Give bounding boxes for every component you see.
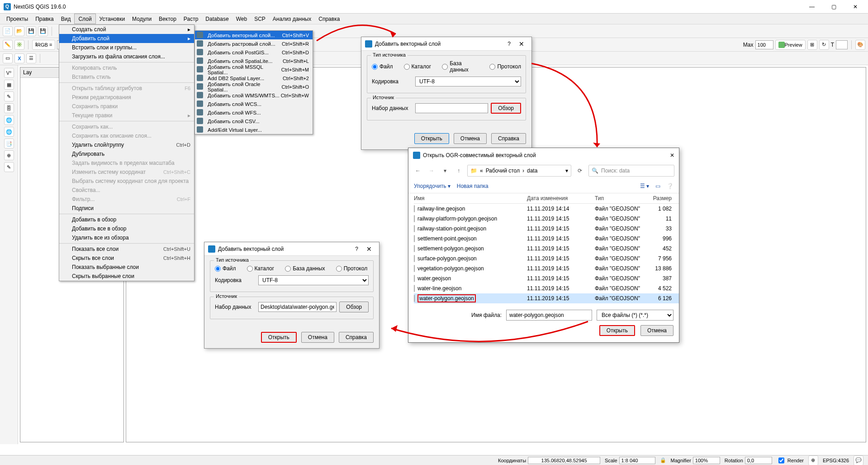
menu-item[interactable]: Показать все слоиCtrl+Shift+U [59, 244, 194, 254]
add-csv-icon[interactable]: 📑 [4, 139, 14, 149]
source-type-radio[interactable]: Каталог [247, 265, 275, 272]
tool-palette-icon[interactable]: 🎨 [855, 40, 865, 50]
render-checkbox[interactable]: Render [777, 455, 804, 465]
file-row[interactable]: railway-platform-polygon.geojson11.11.20… [414, 214, 679, 224]
file-row[interactable]: water.geojson11.11.2019 14:15Файл "GEOJS… [414, 273, 679, 283]
window-close-button[interactable]: ✕ [846, 1, 864, 12]
breadcrumb[interactable]: 📁 « Рабочий стол › data ▾ [467, 165, 571, 177]
column-date[interactable]: Дата изменения [527, 195, 595, 201]
file-row[interactable]: settlement-point.geojson11.11.2019 14:15… [414, 234, 679, 244]
tool-new-icon[interactable]: 📄 [3, 26, 13, 36]
rotation-input[interactable] [745, 457, 772, 464]
submenu-item[interactable]: Add/Edit Virtual Layer... [195, 125, 313, 134]
add-wms-icon[interactable]: 🌐 [4, 115, 14, 125]
nav-refresh-icon[interactable]: ⟳ [575, 168, 585, 174]
preview-button[interactable]: Preview [775, 40, 806, 50]
cancel-button[interactable]: Отмена [454, 133, 487, 144]
menu-item[interactable]: Удалить слой/группуCtrl+D [59, 140, 194, 149]
browse-button[interactable]: Обзор [491, 103, 521, 114]
source-type-radio[interactable]: База данных [442, 60, 479, 73]
submenu-item[interactable]: Добавить векторный слой...Ctrl+Shift+V [195, 31, 313, 39]
menu-item[interactable]: Скрыть выбранные слои [59, 272, 194, 281]
window-maximize-button[interactable]: ▢ [825, 1, 843, 12]
crs-icon[interactable]: ⊕ [808, 455, 818, 465]
add-db-icon[interactable]: 🗄 [4, 103, 14, 113]
menu-item[interactable]: Добавить слой▸ [59, 34, 194, 43]
max-input[interactable] [755, 40, 773, 49]
tool-x-icon[interactable]: X [14, 53, 24, 63]
add-virtual-icon[interactable]: ⊕ [4, 150, 14, 160]
file-row[interactable]: water-line.geojson11.11.2019 14:15Файл "… [414, 283, 679, 293]
organize-menu[interactable]: Упорядочить ▾ [414, 183, 451, 189]
source-type-radio[interactable]: Каталог [404, 60, 432, 73]
menu-правка[interactable]: Правка [32, 14, 57, 24]
view-mode-icon[interactable]: ☰ ▾ [640, 183, 649, 189]
dataset-input[interactable] [415, 103, 488, 113]
magnifier-input[interactable] [693, 457, 720, 464]
tool-edit-icon[interactable]: ✏️ [3, 40, 13, 50]
tool-grid-icon[interactable]: ⊞ [807, 40, 817, 50]
submenu-item[interactable]: Добавить слой CSV... [195, 117, 313, 125]
menu-item[interactable]: Показать выбранные слои [59, 263, 194, 272]
file-row[interactable]: surface-polygon.geojson11.11.2019 14:15Ф… [414, 254, 679, 264]
submenu-item[interactable]: Добавить слой WCS... [195, 100, 313, 108]
file-list-header[interactable]: Имя Дата изменения Тип Размер [414, 193, 679, 204]
messages-icon[interactable]: 💬 [854, 455, 863, 465]
menu-item[interactable]: Создать слой▸ [59, 25, 194, 34]
menu-item[interactable]: Дублировать [59, 149, 194, 158]
nav-back-icon[interactable]: ← [413, 168, 423, 174]
source-type-radio[interactable]: Файл [215, 265, 236, 272]
breadcrumb-segment[interactable]: data [527, 168, 537, 174]
tool-refresh-icon[interactable]: ↻ [819, 40, 829, 50]
tool-select-icon[interactable]: ▭ [3, 53, 13, 63]
tool-node-icon[interactable]: ✳️ [14, 40, 24, 50]
menu-item[interactable]: Добавить в обзор [59, 215, 194, 224]
preview-pane-icon[interactable]: ▭ [655, 183, 660, 189]
menu-модули[interactable]: Модули [128, 14, 155, 24]
tool-layers-icon[interactable]: ☰ [26, 53, 36, 63]
submenu-item[interactable]: Добавить растровый слой...Ctrl+Shift+R [195, 39, 313, 48]
menu-вектор[interactable]: Вектор [155, 14, 180, 24]
help-button[interactable]: Справка [339, 332, 374, 343]
file-cancel-button[interactable]: Отмена [640, 325, 674, 336]
column-name[interactable]: Имя [414, 195, 527, 201]
file-row[interactable]: settlement-polygon.geojson11.11.2019 14:… [414, 244, 679, 254]
encoding-select[interactable]: UTF-8 [415, 77, 521, 86]
file-row[interactable]: railway-line.geojson11.11.2019 14:14Файл… [414, 204, 679, 214]
file-row[interactable]: water-polygon.geojson11.11.2019 14:15Фай… [414, 293, 679, 303]
submenu-item[interactable]: Добавить слой WMS/WMTS...Ctrl+Shift+W [195, 91, 313, 100]
submenu-item[interactable]: Добавить слой WFS... [195, 108, 313, 117]
column-size[interactable]: Размер [645, 195, 672, 201]
tool-pencil-icon[interactable]: ✎ [4, 162, 14, 172]
menu-item[interactable]: Добавить все в обзор [59, 224, 194, 233]
source-type-radio[interactable]: База данных [285, 265, 325, 272]
filename-input[interactable] [506, 310, 592, 321]
file-open-button[interactable]: Открыть [599, 325, 635, 336]
encoding-select[interactable]: UTF-8 [258, 275, 369, 285]
menu-item[interactable]: Скрыть все слоиCtrl+Shift+H [59, 254, 194, 263]
open-button[interactable]: Открыть [261, 332, 297, 343]
source-type-radio[interactable]: Протокол [336, 265, 368, 272]
dataset-input[interactable] [258, 302, 337, 312]
search-input[interactable]: 🔍 Поиск: data [588, 165, 674, 177]
submenu-item[interactable]: Добавить слой PostGIS...Ctrl+Shift+D [195, 48, 313, 57]
dialog-help-icon[interactable]: ? [355, 246, 358, 252]
source-type-radio[interactable]: Протокол [489, 60, 521, 73]
add-vector-icon[interactable]: V° [4, 68, 14, 78]
menu-растр[interactable]: Растр [180, 14, 202, 24]
menu-item[interactable]: Встроить слои и группы... [59, 43, 194, 52]
t-input[interactable] [836, 40, 848, 49]
submenu-item[interactable]: Добавить слой MSSQL Spatial...Ctrl+Shift… [195, 65, 313, 74]
nav-up-icon[interactable]: ↑ [454, 168, 464, 174]
open-button[interactable]: Открыть [414, 133, 449, 144]
dialog-close-button[interactable]: ✕ [670, 152, 674, 158]
tool-info-button[interactable]: ℹ RGB = [32, 40, 55, 50]
chevron-down-icon[interactable]: ▾ [565, 168, 568, 174]
tool-open-icon[interactable]: 📂 [14, 26, 24, 36]
breadcrumb-segment[interactable]: « [480, 168, 483, 174]
lock-icon[interactable]: 🔒 [660, 457, 666, 463]
menu-проекты[interactable]: Проекты [3, 14, 32, 24]
add-raster-icon[interactable]: ▦ [4, 80, 14, 90]
menu-database[interactable]: Database [202, 14, 232, 24]
menu-слой[interactable]: Слой [74, 14, 95, 24]
